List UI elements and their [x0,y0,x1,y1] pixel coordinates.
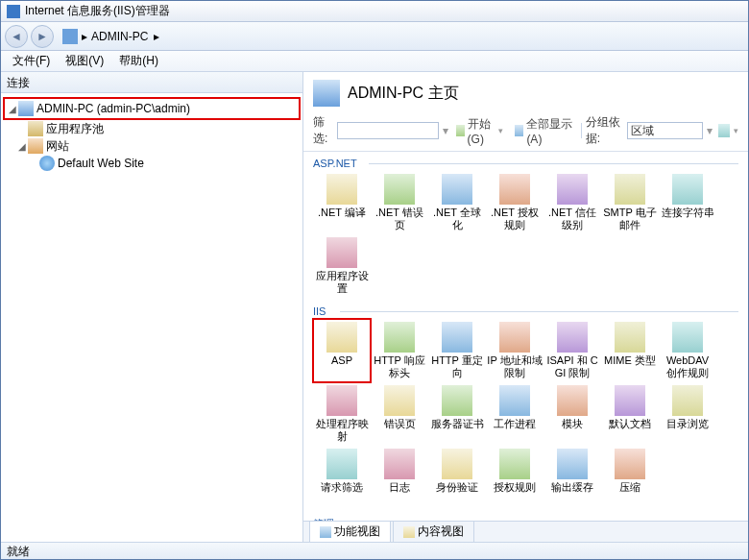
feature-item[interactable]: 工作进程 [486,382,544,446]
feature-label: 默认文档 [609,418,651,443]
feature-item[interactable]: 应用程序设置 [313,234,371,298]
feature-item[interactable]: 默认文档 [601,382,659,446]
tab-features[interactable]: 功能视图 [309,521,391,542]
feature-icon [499,174,530,205]
feature-label: .NET 错误页 [372,207,427,231]
feature-item[interactable]: .NET 信任级别 [544,171,601,234]
feature-icon [384,449,415,479]
feature-item[interactable]: 处理程序映射 [313,382,371,446]
globe-icon [39,156,55,171]
feature-label: 处理程序映射 [314,418,370,443]
feature-label: IP 地址和域限制 [487,354,543,379]
feature-item[interactable]: 目录浏览 [659,382,716,446]
filter-input[interactable] [337,122,439,139]
go-label: 开始(G) [468,116,496,146]
back-button[interactable]: ◄ [5,25,28,48]
view-tabs: 功能视图 内容视图 [303,521,748,542]
feature-icon [384,174,415,205]
content-icon [403,526,415,538]
breadcrumb[interactable]: ▸ ADMIN-PC ▸ [62,29,159,44]
connections-header: 连接 [1,72,302,93]
feature-label: 压缩 [619,481,640,506]
tree-server-highlight: ◢ ADMIN-PC (admin-PC\admin) [3,97,301,120]
feature-item[interactable]: WebDAV 创作规则 [659,319,716,382]
feature-list: ASP.NET .NET 编译.NET 错误页.NET 全球化.NET 授权规则… [303,152,748,521]
forward-button[interactable]: ► [31,25,54,48]
expand-icon[interactable]: ◢ [7,104,18,114]
menu-file[interactable]: 文件(F) [5,51,58,71]
main-header: ADMIN-PC 主页 [303,72,748,112]
menu-view[interactable]: 视图(V) [58,51,111,71]
feature-item[interactable]: ISAPI 和 CGI 限制 [544,319,601,382]
feature-item[interactable]: 压缩 [601,446,659,509]
feature-item[interactable]: 授权规则 [486,446,544,509]
feature-icon [499,322,530,353]
feature-icon [615,174,645,205]
feature-item[interactable]: 错误页 [371,382,428,446]
feature-icon [326,174,357,205]
feature-item[interactable]: .NET 全球化 [428,171,486,234]
feature-label: 授权规则 [494,481,536,506]
feature-item[interactable]: HTTP 重定向 [428,319,486,382]
feature-icon [615,449,645,479]
menu-bar: 文件(F) 视图(V) 帮助(H) [1,51,748,72]
feature-label: 错误页 [384,418,416,443]
status-bar: 就绪 [1,542,748,559]
feature-item[interactable]: 服务器证书 [428,382,486,446]
feature-icon [557,385,588,416]
go-button[interactable]: 开始(G) ▾ [452,115,507,147]
feature-label: 输出缓存 [551,481,593,506]
feature-icon [672,385,703,416]
feature-icon [442,174,472,205]
feature-icon [442,385,472,416]
feature-item[interactable]: 连接字符串 [659,171,716,234]
feature-label: 请求筛选 [321,481,363,506]
feature-icon [384,322,415,353]
group-header-aspnet: ASP.NET [313,156,738,171]
feature-icon [557,449,588,479]
feature-item[interactable]: .NET 错误页 [371,171,428,234]
groupby-value: 区域 [631,123,654,139]
tree-default-site[interactable]: Default Web Site [3,155,301,172]
tree-app-pools[interactable]: 应用程序池 [3,120,301,137]
feature-icon [557,322,588,353]
feature-label: 应用程序设置 [314,270,370,295]
feature-item[interactable]: 输出缓存 [544,446,601,509]
groupby-label: 分组依据: [586,114,623,147]
server-icon [62,29,78,44]
tree-server[interactable]: ◢ ADMIN-PC (admin-PC\admin) [5,100,299,117]
feature-item[interactable]: HTTP 响应标头 [371,319,428,382]
tab-features-label: 功能视图 [334,523,380,540]
tree-sites[interactable]: ◢ 网站 [3,137,301,155]
feature-icon [384,385,415,416]
server-icon [18,101,34,116]
feature-icon [326,385,357,416]
feature-label: .NET 编译 [318,207,366,231]
feature-item[interactable]: SMTP 电子邮件 [601,171,659,234]
tree-sites-label: 网站 [46,138,69,155]
feature-label: MIME 类型 [604,354,656,379]
tree-server-label: ADMIN-PC (admin-PC\admin) [36,102,190,115]
tree: ◢ ADMIN-PC (admin-PC\admin) 应用程序池 ◢ 网站 D… [1,93,302,542]
tab-content-label: 内容视图 [418,523,464,540]
feature-item[interactable]: 身份验证 [428,446,486,509]
feature-item[interactable]: 日志 [371,446,428,509]
feature-label: 工作进程 [494,418,536,443]
tab-content[interactable]: 内容视图 [393,521,474,542]
menu-help[interactable]: 帮助(H) [111,51,166,71]
nav-bar: ◄ ► ▸ ADMIN-PC ▸ [1,22,748,51]
feature-icon [499,385,530,416]
expand-icon[interactable]: ◢ [16,141,28,152]
feature-item[interactable]: IP 地址和域限制 [486,319,544,382]
feature-item[interactable]: .NET 编译 [313,171,371,234]
view-icon[interactable] [718,124,730,137]
feature-item[interactable]: 请求筛选 [313,446,371,509]
showall-button[interactable]: 全部显示(A) [511,115,577,147]
feature-item[interactable]: ASP [313,319,371,382]
feature-item[interactable]: MIME 类型 [601,319,659,382]
feature-label: .NET 信任级别 [544,207,600,231]
groupby-select[interactable]: 区域 [627,122,703,139]
feature-item[interactable]: 模块 [544,382,601,446]
feature-item[interactable]: .NET 授权规则 [486,171,544,234]
feature-icon [326,237,357,268]
